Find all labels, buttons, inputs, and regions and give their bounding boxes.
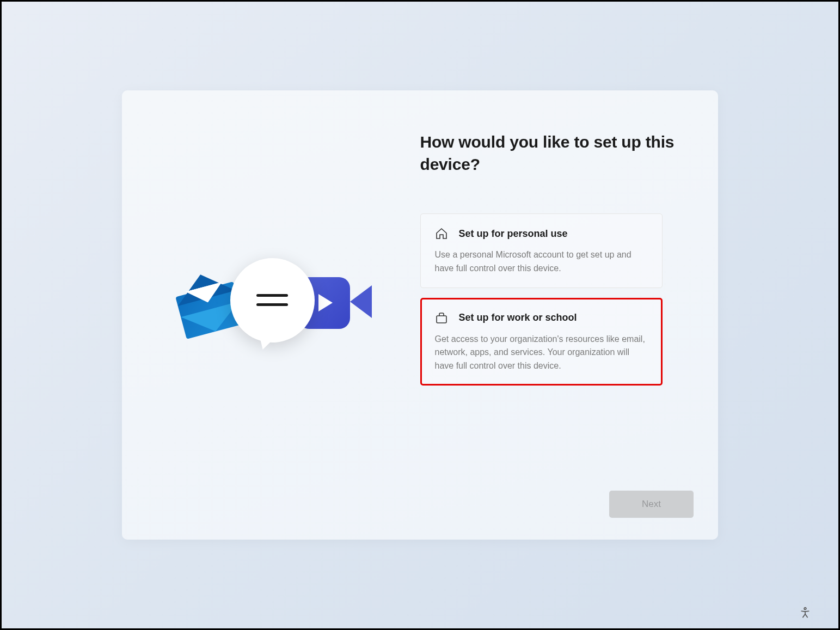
svg-point-1 bbox=[804, 608, 806, 610]
option-description: Get access to your organization's resour… bbox=[435, 333, 648, 373]
option-title: Set up for personal use bbox=[459, 228, 568, 240]
setup-illustration bbox=[179, 255, 375, 375]
option-description: Use a personal Microsoft account to get … bbox=[435, 248, 648, 276]
option-header: Set up for personal use bbox=[435, 227, 648, 240]
accessibility-icon[interactable] bbox=[799, 607, 811, 619]
briefcase-icon bbox=[435, 311, 448, 325]
setup-card: How would you like to set up this device… bbox=[122, 90, 718, 540]
illustration-panel bbox=[122, 90, 415, 540]
next-button[interactable]: Next bbox=[609, 491, 694, 518]
page-title: How would you like to set up this device… bbox=[420, 131, 697, 175]
option-header: Set up for work or school bbox=[435, 311, 648, 325]
content-panel: How would you like to set up this device… bbox=[415, 90, 719, 540]
home-icon bbox=[435, 227, 448, 240]
outer-frame: How would you like to set up this device… bbox=[0, 0, 840, 630]
option-personal-use[interactable]: Set up for personal use Use a personal M… bbox=[420, 213, 663, 288]
speech-bubble-icon bbox=[230, 258, 315, 342]
option-work-school[interactable]: Set up for work or school Get access to … bbox=[420, 298, 663, 386]
svg-rect-0 bbox=[437, 316, 446, 323]
option-title: Set up for work or school bbox=[459, 312, 577, 323]
